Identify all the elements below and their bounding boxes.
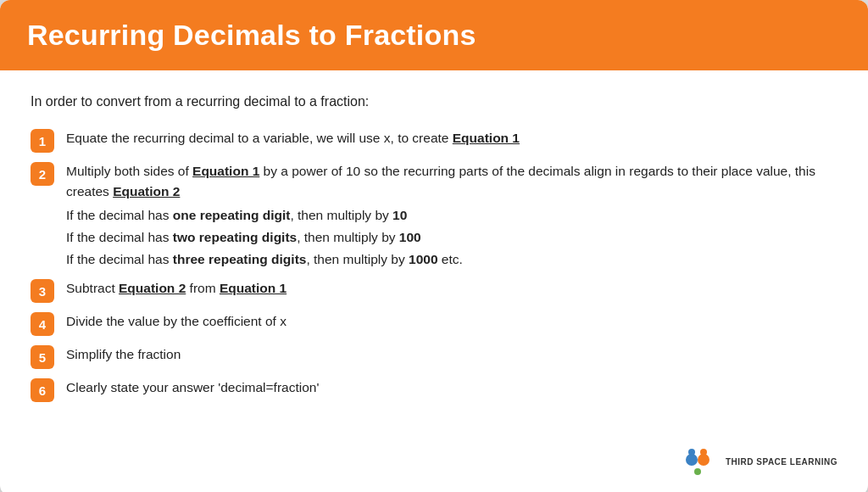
step-item-4: 4 Divide the value by the coefficient of… [31, 311, 837, 336]
svg-point-0 [686, 454, 698, 466]
step-badge-2: 2 [31, 162, 54, 186]
step-text-3: Subtract Equation 2 from Equation 1 [66, 278, 287, 299]
step-badge-6: 6 [31, 378, 54, 402]
step-badge-4: 4 [31, 312, 54, 336]
tsl-logo-text: THIRD SPACE LEARNING [726, 456, 837, 467]
step-badge-3: 3 [31, 279, 54, 303]
step-item-6: 6 Clearly state your answer 'decimal=fra… [31, 377, 837, 402]
page-title: Recurring Decimals to Fractions [27, 19, 841, 52]
step-text-2: Multiply both sides of Equation 1 by a p… [66, 161, 837, 270]
content-area: In order to convert from a recurring dec… [0, 70, 868, 434]
step-text-5: Simplify the fraction [66, 344, 181, 365]
intro-text: In order to convert from a recurring dec… [31, 94, 837, 109]
sub-line-2-2: If the decimal has two repeating digits,… [66, 227, 837, 248]
step-item-5: 5 Simplify the fraction [31, 344, 837, 369]
tsl-logo-icon [680, 443, 717, 480]
step-badge-5: 5 [31, 345, 54, 369]
step-text-1: Equate the recurring decimal to a variab… [66, 128, 520, 148]
svg-point-2 [698, 454, 709, 466]
footer-logo: THIRD SPACE LEARNING [0, 434, 868, 492]
svg-point-4 [694, 468, 701, 475]
step-item-2: 2 Multiply both sides of Equation 1 by a… [31, 161, 837, 270]
step-text-4: Divide the value by the coefficient of x [66, 311, 287, 332]
sub-line-2-1: If the decimal has one repeating digit, … [66, 205, 837, 226]
header: Recurring Decimals to Fractions [0, 0, 868, 70]
sub-line-2-3: If the decimal has three repeating digit… [66, 249, 837, 270]
step-badge-1: 1 [31, 129, 54, 153]
card: Recurring Decimals to Fractions In order… [0, 0, 868, 492]
step-text-6: Clearly state your answer 'decimal=fract… [66, 377, 319, 398]
steps-list: 1 Equate the recurring decimal to a vari… [31, 128, 837, 402]
sub-lines-2: If the decimal has one repeating digit, … [66, 205, 837, 270]
svg-point-3 [700, 449, 707, 456]
step-item-3: 3 Subtract Equation 2 from Equation 1 [31, 278, 837, 303]
step-item-1: 1 Equate the recurring decimal to a vari… [31, 128, 837, 153]
svg-point-1 [688, 449, 695, 456]
